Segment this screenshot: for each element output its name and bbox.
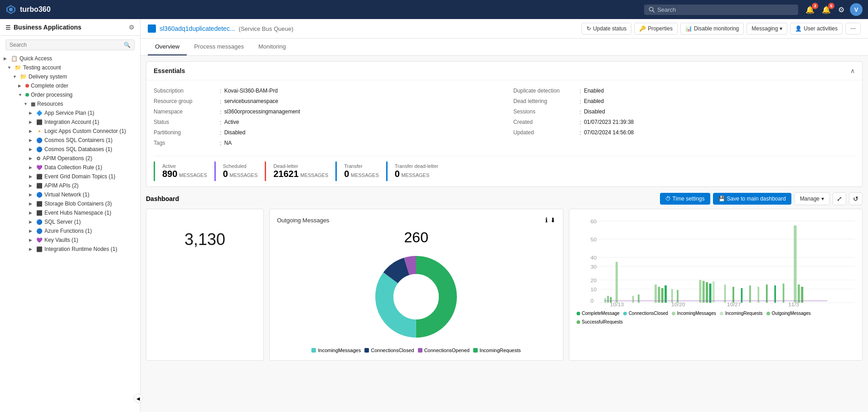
sidebar-search-input[interactable] <box>10 42 124 48</box>
svg-text:50: 50 <box>590 237 596 242</box>
download-icon[interactable]: ⬇ <box>550 216 556 224</box>
properties-button[interactable]: 🔑 Properties <box>634 23 678 34</box>
time-settings-button[interactable]: ⏱ Time settings <box>660 193 710 205</box>
status-dot-red <box>25 84 29 88</box>
svg-text:20: 20 <box>590 278 596 283</box>
sidebar-item-label: Order processing <box>31 92 73 98</box>
svg-rect-25 <box>607 296 609 303</box>
tab-process-messages[interactable]: Process messages <box>187 39 251 55</box>
dashboard-header: Dashboard ⏱ Time settings 💾 Save to main… <box>146 192 863 205</box>
sidebar-item-event-hubs[interactable]: ▶ ⬛ Event Hubs Namespace (1) <box>0 208 140 217</box>
legend-item-incoming-requests-bar: IncomingRequests <box>720 311 763 316</box>
essentials-title: Essentials <box>154 67 185 74</box>
info-icon[interactable]: ℹ <box>545 216 548 224</box>
essentials-row-sessions: Sessions : Disabled <box>514 107 855 117</box>
search-icon <box>649 6 655 13</box>
sidebar-item-sql-server[interactable]: ▶ 🔵 SQL Server (1) <box>0 217 140 226</box>
search-input[interactable] <box>657 6 794 13</box>
fullscreen-button[interactable]: ⤢ <box>833 192 846 205</box>
svg-text:60: 60 <box>590 219 596 224</box>
sidebar-item-apim-apis[interactable]: ▶ ⬛ APIM APIs (2) <box>0 181 140 190</box>
sidebar-item-cosmos-sql-databases[interactable]: ▶ 🔵 Cosmos SQL Databases (1) <box>0 145 140 154</box>
essentials-collapse-button[interactable]: ∧ <box>850 67 855 74</box>
essentials-row-created: Created : 01/07/2023 21:39:38 <box>514 117 855 128</box>
essentials-row-status: Status : Active <box>154 117 495 128</box>
svg-point-9 <box>393 274 439 319</box>
refresh-button[interactable]: ↺ <box>849 192 863 205</box>
dashboard-section: Dashboard ⏱ Time settings 💾 Save to main… <box>146 192 863 361</box>
svg-rect-41 <box>638 294 640 303</box>
charts-grid: 3,130 Outgoing Messages ℹ ⬇ <box>146 209 863 361</box>
essentials-left: Subscription : Kovai-SI360-BAM-Prd Resou… <box>154 86 495 148</box>
settings-button[interactable]: ⚙ <box>836 4 846 16</box>
sidebar-item-integration-runtime[interactable]: ▶ ⬛ Integration Runtime Nodes (1) <box>0 245 140 254</box>
svg-rect-49 <box>766 284 767 303</box>
sidebar-item-testing-account[interactable]: ▼ 📁 Testing account <box>0 63 140 72</box>
sidebar-item-label: Event Hubs Namespace (1) <box>44 210 111 216</box>
sidebar-settings-button[interactable]: ⚙ <box>129 24 135 31</box>
legend-item-incoming-messages-bar: IncomingMessages <box>672 311 716 316</box>
sidebar-item-apim-operations[interactable]: ▶ ⚙ APIM Operations (2) <box>0 154 140 163</box>
update-status-button[interactable]: ↻ Update status <box>582 23 631 34</box>
sidebar-item-app-service-plan[interactable]: ▶ 🔷 App Service Plan (1) <box>0 108 140 118</box>
sidebar-item-logic-apps-connector[interactable]: ▶ 🔸 Logic Apps Custom Connector (1) <box>0 127 140 136</box>
sidebar-item-azure-functions[interactable]: ▶ 🔵 Azure Functions (1) <box>0 226 140 235</box>
sidebar-item-virtual-network[interactable]: ▶ 🔵 Virtual Network (1) <box>0 190 140 199</box>
svg-rect-32 <box>699 280 701 303</box>
svg-text:10: 10 <box>590 287 596 292</box>
sidebar-search[interactable]: 🔍 <box>5 39 135 50</box>
svg-rect-35 <box>709 284 711 303</box>
essentials-row-tags: Tags : NA <box>154 138 495 148</box>
outgoing-messages-label: Outgoing Messages <box>277 217 330 224</box>
bar-chart-legend: CompleteMessage ConnectionsClosed Incomi… <box>577 311 855 324</box>
big-number-value: 3,130 <box>154 216 256 263</box>
sidebar-item-data-collection-rule[interactable]: ▶ 💜 Data Collection Rule (1) <box>0 163 140 172</box>
sidebar-item-resources[interactable]: ▼ ▦ Resources <box>0 99 140 108</box>
sidebar-item-label: Quick Access <box>19 55 52 62</box>
tab-monitoring[interactable]: Monitoring <box>251 39 293 55</box>
sidebar-item-label: APIM APIs (2) <box>44 182 78 189</box>
sidebar-item-cosmos-sql-containers[interactable]: ▶ 🔵 Cosmos SQL Containers (1) <box>0 136 140 145</box>
sidebar-item-integration-account[interactable]: ▶ ⬛ Integration Account (1) <box>0 118 140 127</box>
legend-item-connections-closed-bar: ConnectionsClosed <box>623 311 668 316</box>
resource-type-icon <box>148 25 156 33</box>
save-dashboard-button[interactable]: 💾 Save to main dashboard <box>713 193 791 205</box>
more-actions-button[interactable]: ⋯ <box>845 23 861 34</box>
sidebar-item-label: Delivery system <box>29 74 67 80</box>
sidebar-title: Business Applications <box>14 24 82 31</box>
user-activities-button[interactable]: 👤 User activities <box>790 23 843 34</box>
sidebar-collapse-button[interactable]: ◀ <box>134 394 141 403</box>
legend-color-connections-closed <box>364 348 369 353</box>
messaging-button[interactable]: Messaging ▾ <box>747 23 787 34</box>
essentials-row-namespace: Namespace : sl360orprocessingmanagement <box>154 107 495 117</box>
chart-bar: 60 50 40 30 20 10 0 <box>569 209 863 361</box>
alerts-button[interactable]: 🔔 5 <box>820 4 833 16</box>
sidebar-item-quick-access[interactable]: ▶ 📋 Quick Access <box>0 54 140 63</box>
notifications-button[interactable]: 🔔 3 <box>804 4 816 16</box>
svg-rect-51 <box>782 284 784 303</box>
global-search[interactable] <box>644 5 798 15</box>
manage-button[interactable]: Manage ▾ <box>794 192 830 205</box>
message-counters: Active 890 MESSAGES Scheduled 0 MESSAGES… <box>154 156 855 181</box>
clock-icon: ⏱ <box>665 196 671 202</box>
disable-monitoring-button[interactable]: 📊 Disable monitoring <box>680 23 744 34</box>
svg-text:40: 40 <box>590 255 596 260</box>
user-avatar[interactable]: V <box>850 3 863 16</box>
disable-monitoring-icon: 📊 <box>685 25 692 32</box>
essentials-grid: Subscription : Kovai-SI360-BAM-Prd Resou… <box>154 86 855 148</box>
nav-icons: 🔔 3 🔔 5 ⚙ V <box>804 3 863 16</box>
resource-type: (Service Bus Queue) <box>239 25 294 32</box>
header-actions: ↻ Update status 🔑 Properties 📊 Disable m… <box>582 23 861 34</box>
sidebar-item-order-processing[interactable]: ▼ Order processing <box>0 90 140 99</box>
sidebar-item-event-grid-domain[interactable]: ▶ ⬛ Event Grid Domain Topics (1) <box>0 172 140 181</box>
tab-overview[interactable]: Overview <box>148 39 187 55</box>
resource-name: sl360adq1duplicatedetec... <box>160 25 235 32</box>
sidebar-item-key-vaults[interactable]: ▶ 💜 Key Vaults (1) <box>0 235 140 245</box>
sidebar-item-complete-order[interactable]: ▶ Complete order <box>0 81 140 90</box>
sidebar-item-label: Key Vaults (1) <box>44 237 78 243</box>
sidebar-item-storage-blob[interactable]: ▶ ⬛ Storage Blob Containers (3) <box>0 199 140 208</box>
status-dot-green <box>25 93 29 97</box>
svg-rect-33 <box>702 281 704 303</box>
sidebar-item-delivery-system[interactable]: ▼ 📁 Delivery system <box>0 72 140 81</box>
counter-transfer-dead: Transfer dead-letter 0 MESSAGES <box>386 162 446 181</box>
